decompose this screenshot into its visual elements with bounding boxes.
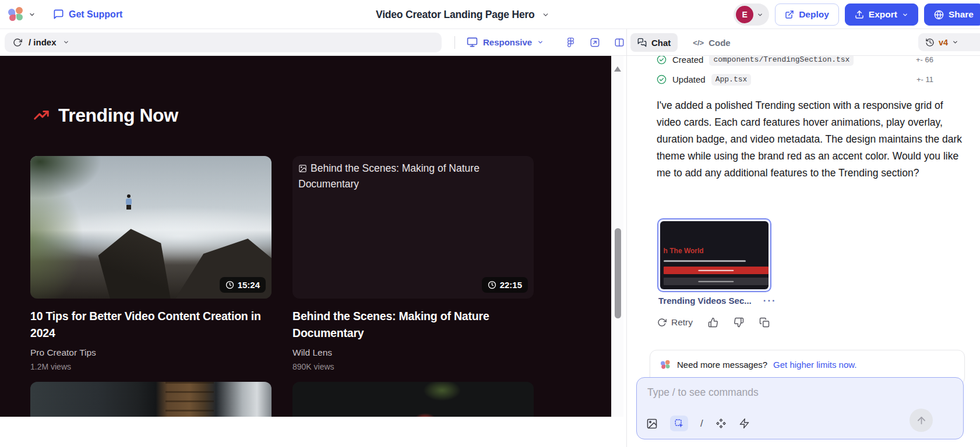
tab-code[interactable]: </> Code [693, 38, 730, 48]
file-change-row: Updated App.tsx +- 11 [657, 72, 933, 87]
export-button[interactable]: Export [845, 3, 918, 26]
video-card[interactable] [292, 382, 534, 417]
device-mode-selector[interactable]: Responsive [467, 37, 544, 48]
more-options-button[interactable]: ··· [763, 298, 777, 304]
external-link-icon [785, 10, 794, 19]
clock-icon [225, 281, 234, 289]
scrollbar-thumb[interactable] [615, 228, 621, 318]
pane-divider[interactable] [626, 29, 627, 447]
chat-bubble-icon [53, 9, 64, 20]
attachment-label[interactable]: Trending Videos Sec... [658, 296, 752, 306]
input-toolbar: / [646, 416, 750, 431]
video-card-grid: 15:24 10 Tips for Better Video Content C… [30, 156, 534, 417]
attachment-heading-fragment: h The World [664, 247, 704, 255]
broken-image-icon [298, 164, 307, 173]
video-channel: Wild Lens [292, 347, 534, 358]
version-history-button[interactable]: v4 [918, 33, 980, 51]
history-icon [925, 38, 935, 47]
project-title-menu[interactable]: Video Creator Landing Page Hero [376, 0, 549, 29]
toolbar-icon-group [566, 37, 625, 48]
message-actions: Retry [657, 317, 770, 328]
tab-chat[interactable]: Chat [630, 33, 678, 52]
header-actions: E Deploy Export Share [734, 0, 980, 29]
duration-badge: 22:15 [482, 277, 528, 293]
select-cursor-icon [674, 418, 685, 429]
route-path: / index [29, 37, 57, 47]
retry-icon [657, 318, 667, 327]
deploy-button[interactable]: Deploy [775, 3, 839, 26]
deploy-label: Deploy [799, 9, 829, 20]
chat-input-box[interactable]: / [636, 377, 964, 439]
preview-toolbar: / index Responsive Chat </> Code v4 [0, 29, 980, 56]
get-higher-limits-link[interactable]: Get higher limits now. [773, 360, 856, 370]
chat-panel: Created components/TrendingSection.tsx +… [627, 56, 980, 447]
attachment-subtext-line [664, 260, 746, 262]
chat-icon [637, 38, 647, 47]
change-action: Updated [672, 74, 706, 84]
slash-command-button[interactable]: / [700, 418, 703, 430]
video-card[interactable]: 15:24 10 Tips for Better Video Content C… [30, 156, 272, 371]
send-button[interactable] [910, 409, 933, 432]
attach-image-button[interactable] [646, 418, 658, 430]
scroll-up-arrow[interactable] [614, 66, 621, 72]
assistant-message: I've added a polished Trending section w… [657, 97, 967, 182]
figma-icon[interactable] [566, 37, 576, 47]
chevron-down-icon [902, 12, 908, 18]
account-menu[interactable]: E [734, 3, 769, 26]
attachment-preview: h The World [660, 221, 769, 289]
section-title: Trending Now [58, 105, 178, 126]
thumbs-down-button[interactable] [734, 317, 744, 328]
diff-count: +- 66 [916, 56, 933, 64]
video-thumbnail[interactable]: Behind the Scenes: Making of Nature Docu… [292, 156, 534, 299]
app-logo-menu[interactable] [8, 7, 36, 22]
arrow-up-icon [916, 415, 927, 426]
integrations-icon[interactable] [715, 418, 727, 429]
globe-icon [934, 10, 944, 20]
duration-text: 22:15 [500, 280, 522, 290]
duration-text: 15:24 [238, 280, 260, 290]
tab-chat-label: Chat [651, 38, 671, 48]
video-thumbnail[interactable]: 15:24 [30, 156, 272, 299]
diff-count: +- 11 [916, 75, 933, 84]
thumbnail-photo [30, 382, 272, 417]
trending-up-icon [33, 107, 50, 125]
video-title: Behind the Scenes: Making of Nature Docu… [292, 308, 527, 341]
chevron-down-icon [537, 39, 544, 45]
video-card[interactable] [30, 382, 272, 417]
clock-icon [488, 281, 496, 289]
upload-icon [855, 10, 864, 19]
limits-text: Need more messages? [677, 360, 767, 370]
chat-input[interactable] [647, 386, 928, 399]
share-button[interactable]: Share [924, 3, 980, 26]
get-support-link[interactable]: Get Support [53, 9, 122, 20]
edit-attachment-thumbnail[interactable]: h The World [657, 218, 771, 292]
file-chip[interactable]: components/TrendingSection.tsx [709, 56, 854, 66]
panel-tabs: Chat </> Code [630, 29, 731, 56]
get-support-label: Get Support [69, 9, 122, 20]
copy-button[interactable] [759, 317, 770, 328]
attachment-label-row: Trending Videos Sec... ··· [658, 296, 777, 306]
select-element-button[interactable] [670, 416, 688, 431]
preview-scrollbar[interactable] [611, 56, 623, 417]
monitor-icon [467, 37, 478, 48]
change-action: Created [672, 56, 703, 65]
retry-label: Retry [671, 317, 693, 328]
video-thumbnail[interactable] [30, 382, 272, 417]
chevron-down-icon [757, 12, 763, 18]
file-chip[interactable]: App.tsx [711, 74, 752, 86]
retry-button[interactable]: Retry [657, 317, 693, 328]
video-card[interactable]: Behind the Scenes: Making of Nature Docu… [292, 156, 534, 371]
image-alt-text: Behind the Scenes: Making of Nature Docu… [298, 161, 496, 192]
thumbnail-photo [292, 382, 534, 417]
chevron-down-icon [542, 11, 549, 19]
open-in-new-icon[interactable] [590, 37, 600, 48]
chevron-down-icon [63, 39, 69, 45]
url-bar[interactable]: / index [5, 33, 442, 52]
project-title: Video Creator Landing Page Hero [376, 9, 535, 21]
refresh-icon[interactable] [13, 38, 22, 47]
split-view-icon[interactable] [614, 37, 625, 48]
quick-actions-icon[interactable] [739, 418, 750, 429]
thumbs-up-button[interactable] [708, 317, 718, 328]
chevron-down-icon [952, 39, 958, 45]
video-thumbnail[interactable] [292, 382, 534, 417]
